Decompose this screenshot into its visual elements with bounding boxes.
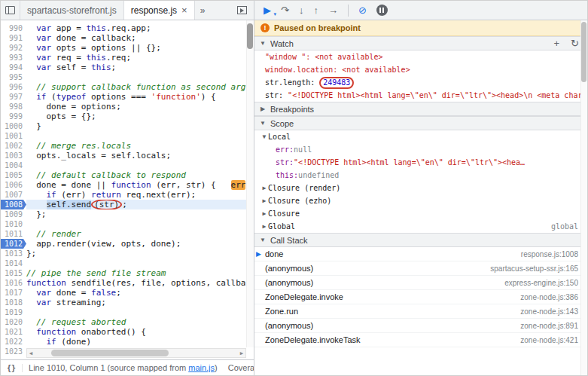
code-line[interactable]: done = done || function (err, str) { err <box>26 180 254 190</box>
main-js-link[interactable]: main.js <box>188 363 215 372</box>
deactivate-breakpoints-icon[interactable]: ⊘ <box>358 5 367 15</box>
step-into-icon[interactable]: ↓ <box>299 5 304 15</box>
callstack-frame[interactable]: (anonymous)spartacus-setup-ssr.js:165 <box>254 261 587 276</box>
scope-row[interactable]: ▶Closure (render) <box>254 182 587 194</box>
code-line[interactable]: if (err) return req.next(err); <box>26 190 254 200</box>
tab-spartacus-storefront[interactable]: spartacus-storefront.js <box>20 1 124 20</box>
code-line[interactable]: if (typeof options === 'function') { <box>26 92 254 102</box>
code-line[interactable] <box>26 307 254 317</box>
scope-row[interactable]: err: null <box>254 143 587 156</box>
line-number[interactable]: 1005 <box>1 170 26 180</box>
watch-expression[interactable]: str.length: 249483 <box>254 76 587 89</box>
code-line[interactable]: var req = this.req; <box>26 53 254 63</box>
chevron-right-icon[interactable]: ▶ <box>260 185 268 191</box>
line-number[interactable]: 994 <box>1 63 26 72</box>
line-number[interactable]: 996 <box>1 82 26 92</box>
callstack-section-header[interactable]: ▼ Call Stack <box>254 233 587 247</box>
code-line[interactable]: done = options; <box>26 102 254 112</box>
code-line[interactable]: }; <box>26 209 254 219</box>
line-number[interactable]: 1016 <box>1 278 26 288</box>
pretty-print-icon[interactable]: {} <box>1 364 23 372</box>
scope-row[interactable]: ▶Globalglobal <box>254 220 587 233</box>
callstack-frame[interactable]: Zone.runzone-node.js:143 <box>254 304 587 319</box>
code-line[interactable]: // render <box>26 229 254 239</box>
code-line[interactable]: // request aborted <box>26 317 254 327</box>
code-line[interactable] <box>26 258 254 268</box>
line-number[interactable]: 1003 <box>1 151 26 160</box>
code-line[interactable] <box>26 160 254 170</box>
line-number[interactable]: 1017 <box>1 288 26 298</box>
code-line[interactable]: var done = callback; <box>26 33 254 43</box>
watch-expression[interactable]: window.location: <not available> <box>254 63 587 76</box>
close-tab-icon[interactable]: × <box>181 5 187 15</box>
sidebar-scrollbar[interactable] <box>580 20 587 375</box>
add-watch-expression-icon[interactable]: + <box>550 38 564 49</box>
line-number[interactable]: 1015 <box>1 268 26 278</box>
chevron-down-icon[interactable]: ▼ <box>259 40 267 47</box>
code-line[interactable]: } <box>26 121 254 131</box>
step-over-icon[interactable]: ↷ <box>281 5 289 15</box>
line-number[interactable]: 1019 <box>1 307 26 317</box>
scroll-left-icon[interactable]: ◀ <box>27 350 35 356</box>
line-number[interactable]: 1009 <box>1 209 26 219</box>
line-number[interactable]: 1023 <box>1 347 26 356</box>
code-line[interactable]: var app = this.req.app; <box>26 23 254 33</box>
code-line[interactable]: function onaborted() { <box>26 327 254 337</box>
line-number[interactable]: 1004 <box>1 160 26 170</box>
scope-row[interactable]: this: undefined <box>254 169 587 182</box>
watch-expression[interactable]: str: "<!DOCTYPE html><html lang=\"en\" d… <box>254 89 587 102</box>
chevron-right-icon[interactable]: ▶ <box>260 223 268 230</box>
watch-section-header[interactable]: ▼ Watch + ↻ <box>254 36 587 50</box>
step-out-icon[interactable]: ↑ <box>313 5 318 15</box>
callstack-frame[interactable]: ZoneDelegate.invokezone-node.js:386 <box>254 290 587 304</box>
code-line[interactable]: var done = false; <box>26 288 254 298</box>
code-line[interactable]: // support callback function as second a… <box>26 82 254 92</box>
code-line[interactable]: self.send(str); <box>26 200 254 209</box>
code-line[interactable]: opts._locals = self.locals; <box>26 151 254 160</box>
breakpoint-line-number[interactable]: 1008 <box>1 200 26 209</box>
code-line[interactable]: function sendfile(res, file, options, ca… <box>26 278 254 288</box>
resume-script-icon[interactable]: ▶ <box>264 5 271 15</box>
code-line[interactable]: }; <box>26 249 254 258</box>
line-number[interactable]: 990 <box>1 23 26 33</box>
line-number[interactable]: 1021 <box>1 327 26 337</box>
chevron-right-icon[interactable]: ▶ <box>260 210 268 217</box>
line-number[interactable]: 1013 <box>1 249 26 258</box>
code-line[interactable]: // merge res.locals <box>26 141 254 151</box>
line-number[interactable]: 1020 <box>1 317 26 327</box>
line-number[interactable]: 1007 <box>1 190 26 200</box>
code-line[interactable]: opts = {}; <box>26 112 254 121</box>
scope-row[interactable]: ▼Local <box>254 130 587 143</box>
line-number[interactable]: 997 <box>1 92 26 102</box>
scope-row[interactable]: ▶Closure (ezho) <box>254 194 587 207</box>
chevron-right-icon[interactable]: ▶ <box>260 197 268 204</box>
line-number[interactable]: 1018 <box>1 298 26 307</box>
tab-response-js[interactable]: response.js × <box>124 1 195 20</box>
line-number[interactable]: 1002 <box>1 141 26 151</box>
line-number[interactable]: 992 <box>1 43 26 53</box>
scope-row[interactable]: str: "<!DOCTYPE html><html lang=\"en\" d… <box>254 156 587 169</box>
line-number[interactable]: 1022 <box>1 337 26 347</box>
chevron-down-icon[interactable]: ▼ <box>259 120 267 127</box>
navigator-toggle-icon[interactable] <box>1 1 20 20</box>
callstack-frame[interactable]: ZoneDelegate.invokeTaskzone-node.js:421 <box>254 333 587 347</box>
callstack-frame[interactable]: (anonymous)express-engine.js:150 <box>254 276 587 290</box>
line-number[interactable]: 998 <box>1 102 26 112</box>
scrollbar-thumb[interactable] <box>581 22 586 82</box>
line-number[interactable]: 1001 <box>1 131 26 141</box>
line-number[interactable]: 993 <box>1 53 26 63</box>
callstack-frame[interactable]: (anonymous)zone-node.js:891 <box>254 319 587 333</box>
chevron-down-icon[interactable]: ▼ <box>260 133 268 140</box>
line-number[interactable]: 1011 <box>1 229 26 239</box>
code-line[interactable]: var streaming; <box>26 298 254 307</box>
code-line[interactable] <box>26 72 254 82</box>
pause-on-exceptions-icon[interactable] <box>376 5 388 16</box>
callstack-frame[interactable]: ▶doneresponse.js:1008 <box>254 247 587 261</box>
breakpoints-section-header[interactable]: ▶ Breakpoints <box>254 102 587 116</box>
code-line[interactable]: // pipe the send file stream <box>26 268 254 278</box>
scroll-right-icon[interactable]: ▶ <box>238 350 245 356</box>
line-number[interactable]: 995 <box>1 72 26 82</box>
scope-row[interactable]: ▶Closure <box>254 207 587 220</box>
watch-expression[interactable]: "window ": <not available> <box>254 50 587 63</box>
scrollbar-thumb[interactable] <box>51 350 169 356</box>
